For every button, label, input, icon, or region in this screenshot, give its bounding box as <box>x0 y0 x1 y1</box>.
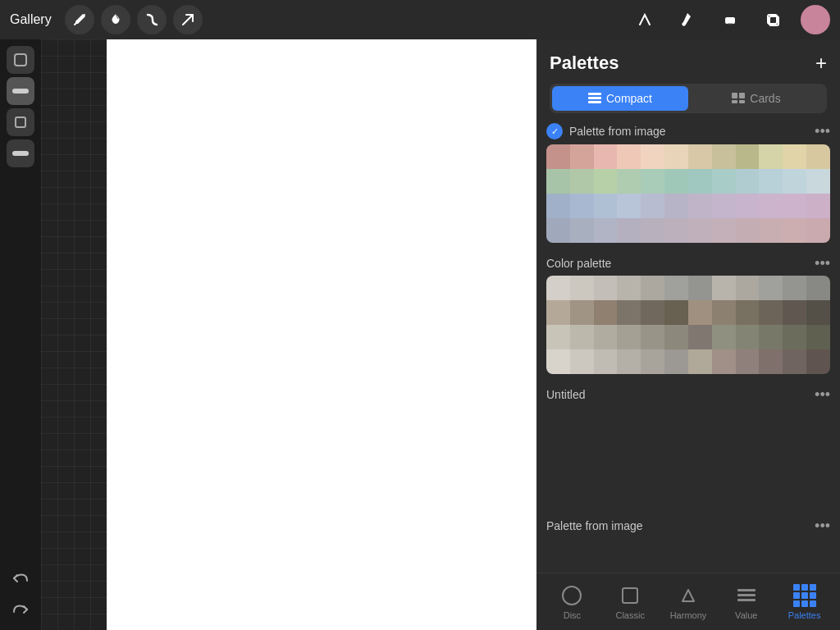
color-cell[interactable] <box>641 349 664 374</box>
color-cell[interactable] <box>594 349 618 374</box>
color-cell[interactable] <box>783 144 806 169</box>
sidebar-tool-slider-2[interactable] <box>7 139 34 167</box>
color-cell[interactable] <box>617 194 641 218</box>
color-cell[interactable] <box>759 349 783 374</box>
color-cell[interactable] <box>736 325 760 349</box>
color-cell[interactable] <box>759 169 783 194</box>
color-cell[interactable] <box>641 218 664 243</box>
color-cell[interactable] <box>806 218 830 243</box>
color-cell[interactable] <box>546 169 570 194</box>
color-cell[interactable] <box>664 144 688 169</box>
color-cell[interactable] <box>806 276 830 300</box>
color-cell[interactable] <box>546 218 570 243</box>
pen-tool-icon[interactable] <box>630 5 660 34</box>
color-cell[interactable] <box>570 300 594 325</box>
color-cell[interactable] <box>570 169 594 194</box>
nav-item-value[interactable]: Value <box>722 584 771 620</box>
nav-item-classic[interactable]: Classic <box>605 584 655 620</box>
color-cell[interactable] <box>736 349 760 374</box>
more-button-0[interactable]: ••• <box>815 124 830 139</box>
color-cell[interactable] <box>806 144 830 169</box>
nav-item-disc[interactable]: Disc <box>547 584 596 620</box>
color-cell[interactable] <box>641 276 664 300</box>
color-cell[interactable] <box>546 276 570 300</box>
color-cell[interactable] <box>688 300 712 325</box>
add-palette-button[interactable]: + <box>815 53 827 73</box>
color-cell[interactable] <box>570 218 594 243</box>
tab-cards[interactable]: Cards <box>688 86 824 111</box>
color-cell[interactable] <box>641 169 664 194</box>
color-cell[interactable] <box>664 218 688 243</box>
color-cell[interactable] <box>688 325 712 349</box>
color-cell[interactable] <box>664 194 688 218</box>
color-cell[interactable] <box>617 169 641 194</box>
color-cell[interactable] <box>617 300 641 325</box>
color-cell[interactable] <box>759 325 783 349</box>
nav-item-palettes[interactable]: Palettes <box>780 584 829 620</box>
color-cell[interactable] <box>712 169 736 194</box>
color-cell[interactable] <box>806 300 830 325</box>
color-cell[interactable] <box>546 144 570 169</box>
color-grid-1[interactable] <box>546 276 830 374</box>
color-cell[interactable] <box>759 300 783 325</box>
color-cell[interactable] <box>806 194 830 218</box>
color-cell[interactable] <box>664 325 688 349</box>
color-cell[interactable] <box>783 325 806 349</box>
check-icon-0[interactable]: ✓ <box>546 123 563 139</box>
color-cell[interactable] <box>664 349 688 374</box>
color-cell[interactable] <box>688 349 712 374</box>
liquify-tool-icon[interactable] <box>101 5 130 34</box>
color-cell[interactable] <box>783 300 806 325</box>
color-cell[interactable] <box>688 218 712 243</box>
color-cell[interactable] <box>594 218 618 243</box>
color-cell[interactable] <box>617 325 641 349</box>
arrow-tool-icon[interactable] <box>173 5 203 34</box>
sidebar-tool-1[interactable] <box>7 46 34 74</box>
color-cell[interactable] <box>594 144 618 169</box>
more-button-2[interactable]: ••• <box>815 387 830 402</box>
color-cell[interactable] <box>783 218 806 243</box>
color-cell[interactable] <box>736 218 760 243</box>
color-cell[interactable] <box>712 276 736 300</box>
more-button-1[interactable]: ••• <box>815 256 830 271</box>
color-cell[interactable] <box>736 276 760 300</box>
color-cell[interactable] <box>736 169 760 194</box>
color-cell[interactable] <box>594 300 618 325</box>
redo-button[interactable] <box>7 596 34 623</box>
color-cell[interactable] <box>783 276 806 300</box>
color-cell[interactable] <box>712 194 736 218</box>
color-cell[interactable] <box>594 276 618 300</box>
color-cell[interactable] <box>712 218 736 243</box>
nav-item-harmony[interactable]: Harmony <box>664 584 713 620</box>
color-cell[interactable] <box>806 349 830 374</box>
color-cell[interactable] <box>546 300 570 325</box>
color-cell[interactable] <box>806 169 830 194</box>
color-cell[interactable] <box>570 349 594 374</box>
sidebar-tool-slider[interactable] <box>7 77 34 105</box>
color-cell[interactable] <box>759 144 783 169</box>
color-cell[interactable] <box>617 144 641 169</box>
gallery-button[interactable]: Gallery <box>10 12 52 27</box>
color-cell[interactable] <box>736 144 760 169</box>
eraser-tool-icon[interactable] <box>715 5 745 34</box>
color-cell[interactable] <box>594 169 618 194</box>
color-cell[interactable] <box>664 300 688 325</box>
undo-button[interactable] <box>7 564 34 592</box>
color-cell[interactable] <box>617 349 641 374</box>
color-cell[interactable] <box>688 194 712 218</box>
color-cell[interactable] <box>783 349 806 374</box>
script-tool-icon[interactable] <box>137 5 167 34</box>
color-cell[interactable] <box>664 276 688 300</box>
color-cell[interactable] <box>617 276 641 300</box>
color-cell[interactable] <box>712 349 736 374</box>
color-cell[interactable] <box>546 194 570 218</box>
color-cell[interactable] <box>712 144 736 169</box>
color-cell[interactable] <box>688 276 712 300</box>
tab-compact[interactable]: Compact <box>552 86 688 111</box>
color-cell[interactable] <box>759 218 783 243</box>
color-cell[interactable] <box>641 144 664 169</box>
brush-tool-icon[interactable] <box>673 5 702 34</box>
color-cell[interactable] <box>664 169 688 194</box>
color-cell[interactable] <box>641 325 664 349</box>
color-cell[interactable] <box>594 325 618 349</box>
